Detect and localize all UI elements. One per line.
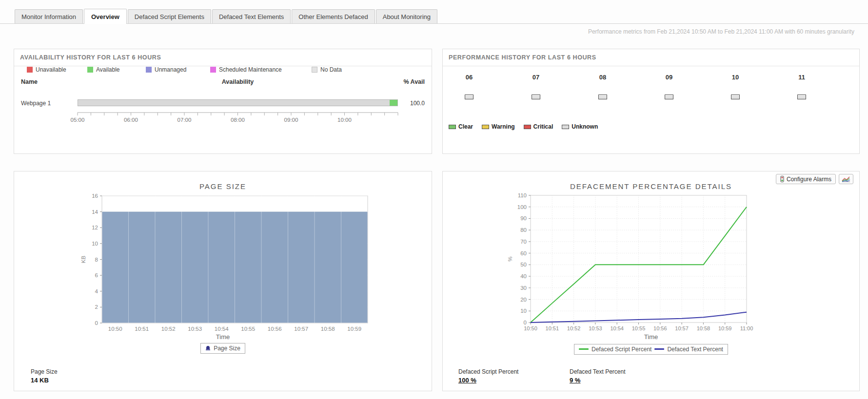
svg-text:10:51: 10:51	[135, 326, 149, 332]
status-block-icon[interactable]	[598, 95, 607, 99]
svg-text:0: 0	[95, 320, 98, 326]
page-size-panel: PAGE SIZE 024681012141610:5010:5110:5210…	[14, 171, 432, 391]
svg-text:10:50: 10:50	[108, 326, 122, 332]
page-size-summary-label: Page Size	[31, 368, 58, 375]
warning-swatch	[482, 125, 489, 129]
svg-text:0: 0	[524, 320, 527, 325]
svg-text:10:58: 10:58	[321, 326, 335, 332]
status-block-icon[interactable]	[532, 95, 540, 99]
hour-cell-08: 08	[573, 74, 632, 99]
legend-item-available: Available	[87, 66, 119, 73]
svg-text:80: 80	[520, 227, 527, 233]
svg-text:07:00: 07:00	[178, 117, 192, 123]
legend-item-warning: Warning	[482, 123, 515, 130]
availability-history-panel: AVAILABILITY HISTORY FOR LAST 6 HOURS Na…	[14, 49, 432, 154]
svg-text:12: 12	[92, 225, 98, 230]
unavailable-swatch	[27, 67, 33, 73]
svg-text:10:50: 10:50	[524, 325, 537, 331]
hour-cell-11: 11	[772, 74, 831, 99]
page-size-summary: Page Size 14 KB	[31, 368, 58, 384]
status-block-icon[interactable]	[731, 95, 740, 99]
page-size-legend: Page Size	[14, 343, 432, 354]
svg-text:10:57: 10:57	[675, 325, 689, 331]
status-block-icon[interactable]	[797, 95, 806, 99]
svg-text:10:55: 10:55	[241, 326, 255, 332]
defaced-script-summary: Defaced Script Percent 100 %	[458, 368, 518, 384]
text-percent-legend-label: Defaced Text Percent	[667, 346, 723, 353]
svg-text:2: 2	[95, 304, 98, 310]
critical-swatch	[524, 125, 531, 129]
svg-text:70: 70	[520, 239, 527, 245]
svg-text:10:54: 10:54	[215, 326, 229, 332]
page-size-chart-title: PAGE SIZE	[14, 182, 432, 190]
availability-time-axis: 05:0006:0007:0008:0009:0010:00	[14, 112, 433, 132]
defaced-text-summary-value[interactable]: 9 %	[570, 377, 626, 384]
traffic-light-icon	[780, 176, 784, 182]
svg-text:10:58: 10:58	[697, 325, 710, 331]
status-block-icon[interactable]	[465, 95, 473, 99]
clear-swatch	[449, 125, 456, 129]
availability-legend: Unavailable Available Unmanaged Schedule…	[14, 66, 433, 76]
svg-text:10:53: 10:53	[188, 326, 202, 332]
svg-text:6: 6	[95, 272, 98, 278]
column-header-name: Name	[21, 78, 38, 85]
tab-monitor-information[interactable]: Monitor Information	[15, 9, 83, 23]
availability-segment[interactable]	[78, 100, 390, 106]
svg-text:10: 10	[520, 308, 527, 314]
performance-hours-row: 06 07 08 09 10 11	[443, 74, 860, 113]
unknown-swatch	[562, 125, 569, 129]
legend-item-clear: Clear	[449, 123, 473, 130]
svg-text:14: 14	[92, 209, 98, 215]
svg-text:10:51: 10:51	[546, 325, 559, 331]
defacement-percentage-panel: Configure Alarms DEFACEMENT PERCENTAGE D…	[442, 171, 860, 391]
tab-defaced-script-elements[interactable]: Defaced Script Elements	[128, 9, 211, 23]
availability-panel-title: AVAILABILITY HISTORY FOR LAST 6 HOURS	[14, 49, 432, 66]
page-size-legend-label: Page Size	[214, 345, 240, 352]
svg-text:30: 30	[520, 285, 527, 291]
tab-other-elements-defaced[interactable]: Other Elements Defaced	[292, 9, 375, 23]
available-swatch	[87, 67, 93, 73]
view-graph-button[interactable]	[839, 174, 853, 184]
dashboard-page: Monitor Information Overview Defaced Scr…	[0, 0, 868, 399]
legend-item-scheduled-maintenance: Scheduled Maintenance	[210, 66, 282, 73]
svg-text:4: 4	[95, 288, 99, 294]
svg-text:11:00: 11:00	[740, 325, 753, 331]
no-data-swatch	[312, 67, 317, 73]
page-size-bar-chart: 024681012141610:5010:5110:5210:5310:5410…	[14, 191, 432, 337]
tab-bar: Monitor Information Overview Defaced Scr…	[0, 8, 868, 24]
svg-text:10:56: 10:56	[653, 325, 667, 331]
svg-text:8: 8	[95, 257, 98, 263]
svg-text:10:59: 10:59	[347, 326, 361, 332]
defaced-text-summary: Defaced Text Percent 9 %	[570, 368, 626, 384]
availability-percent-value: 100.0	[410, 100, 425, 107]
unmanaged-swatch	[146, 67, 152, 73]
configure-alarms-button[interactable]: Configure Alarms	[776, 174, 836, 184]
metrics-granularity-note: Performance metrics from Feb 21,2024 10:…	[588, 28, 854, 35]
tab-overview[interactable]: Overview	[84, 9, 127, 24]
hour-cell-07: 07	[507, 74, 565, 99]
performance-panel-title: PERFORMANCE HISTORY FOR LAST 6 HOURS	[443, 49, 859, 66]
legend-item-critical: Critical	[524, 123, 553, 130]
column-header-percent-avail: % Avail	[403, 78, 425, 85]
tab-defaced-text-elements[interactable]: Defaced Text Elements	[212, 9, 291, 23]
line-chart-icon	[842, 176, 850, 182]
availability-segment[interactable]	[390, 100, 397, 106]
defacement-xaxis-label: Time	[443, 333, 859, 341]
status-block-icon[interactable]	[665, 95, 673, 99]
svg-text:%: %	[507, 256, 513, 261]
tab-about-monitoring[interactable]: About Monitoring	[376, 9, 437, 23]
legend-item-unknown: Unknown	[562, 123, 598, 130]
availability-timeline-bar[interactable]	[78, 99, 398, 106]
text-percent-line-sample	[654, 348, 664, 350]
defacement-legend: Defaced Script Percent Defaced Text Perc…	[443, 343, 859, 355]
defacement-toolbar: Configure Alarms	[776, 174, 853, 184]
svg-text:10:56: 10:56	[268, 326, 282, 332]
svg-text:06:00: 06:00	[124, 117, 138, 123]
defaced-script-summary-value[interactable]: 100 %	[458, 377, 518, 384]
svg-text:20: 20	[520, 297, 527, 303]
svg-text:90: 90	[520, 215, 527, 221]
svg-text:10:54: 10:54	[610, 325, 624, 331]
svg-text:60: 60	[520, 250, 527, 256]
defaced-text-summary-label: Defaced Text Percent	[570, 368, 626, 375]
svg-text:10:00: 10:00	[337, 117, 352, 123]
